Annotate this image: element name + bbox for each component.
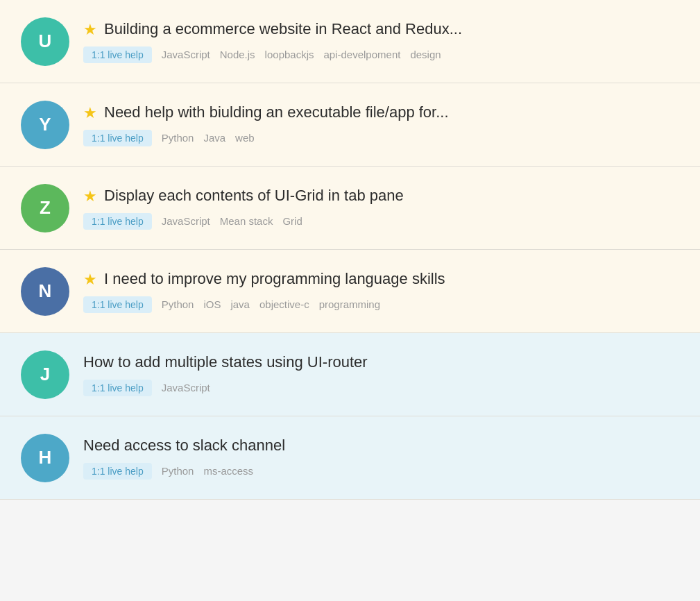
topic-tag[interactable]: ms-access — [203, 465, 253, 477]
tags-row: 1:1 live helpJavaScript — [83, 380, 679, 396]
avatar: Y — [21, 101, 69, 149]
title-row: ★Display each contents of UI-Grid in tab… — [83, 186, 679, 206]
avatar: N — [21, 267, 69, 316]
topic-tag[interactable]: Java — [203, 132, 225, 144]
topic-tag[interactable]: JavaScript — [162, 382, 210, 393]
item-content: ★Building a ecommerce website in React a… — [83, 19, 679, 63]
topic-tag[interactable]: Python — [162, 465, 194, 477]
tags-row: 1:1 live helpJavaScriptNode.jsloopbackjs… — [83, 46, 679, 63]
topic-tag[interactable]: JavaScript — [162, 49, 210, 60]
item-content: Need access to slack channel1:1 live hel… — [83, 436, 679, 480]
item-content: How to add multiple states using UI-rout… — [83, 353, 679, 396]
topic-tag[interactable]: Python — [162, 298, 194, 310]
live-help-tag[interactable]: 1:1 live help — [83, 296, 152, 313]
star-icon: ★ — [83, 21, 97, 39]
title-row: ★Need help with biulding an executable f… — [83, 103, 679, 123]
live-help-tag[interactable]: 1:1 live help — [83, 213, 152, 230]
item-title: Building a ecommerce website in React an… — [104, 19, 462, 40]
star-icon: ★ — [83, 271, 97, 289]
title-row: Need access to slack channel — [83, 436, 679, 456]
tags-row: 1:1 live helpPythoniOSjavaobjective-cpro… — [83, 296, 679, 313]
item-title: I need to improve my programming languag… — [104, 269, 445, 289]
list-item[interactable]: HNeed access to slack channel1:1 live he… — [0, 416, 700, 500]
topic-tag[interactable]: Mean stack — [220, 215, 273, 227]
topic-tag[interactable]: Python — [162, 132, 194, 144]
avatar: J — [21, 350, 69, 399]
star-icon: ★ — [83, 187, 97, 205]
topic-tag[interactable]: iOS — [203, 298, 221, 310]
item-title: How to add multiple states using UI-rout… — [83, 353, 368, 373]
list-item[interactable]: N★I need to improve my programming langu… — [0, 250, 700, 333]
tags-row: 1:1 live helpPythonms-access — [83, 463, 679, 480]
live-help-tag[interactable]: 1:1 live help — [83, 463, 152, 480]
avatar: U — [21, 17, 69, 66]
item-title: Need help with biulding an executable fi… — [104, 103, 449, 123]
live-help-tag[interactable]: 1:1 live help — [83, 130, 152, 146]
topic-tag[interactable]: Node.js — [220, 49, 255, 60]
live-help-tag[interactable]: 1:1 live help — [83, 46, 152, 63]
topic-tag[interactable]: design — [410, 49, 441, 60]
avatar: H — [21, 434, 69, 482]
tags-row: 1:1 live helpJavaScriptMean stackGrid — [83, 213, 679, 230]
title-row: ★Building a ecommerce website in React a… — [83, 19, 679, 40]
list-item[interactable]: Y★Need help with biulding an executable … — [0, 83, 700, 167]
list-item[interactable]: U★Building a ecommerce website in React … — [0, 0, 700, 83]
topic-tag[interactable]: JavaScript — [162, 215, 210, 227]
topic-tag[interactable]: api-develpoment — [324, 49, 401, 60]
question-list: U★Building a ecommerce website in React … — [0, 0, 700, 500]
title-row: ★I need to improve my programming langua… — [83, 269, 679, 289]
list-item[interactable]: JHow to add multiple states using UI-rou… — [0, 333, 700, 416]
item-content: ★Need help with biulding an executable f… — [83, 103, 679, 146]
title-row: How to add multiple states using UI-rout… — [83, 353, 679, 373]
item-title: Display each contents of UI-Grid in tab … — [104, 186, 404, 206]
item-content: ★I need to improve my programming langua… — [83, 269, 679, 313]
list-item[interactable]: Z★Display each contents of UI-Grid in ta… — [0, 167, 700, 250]
topic-tag[interactable]: objective-c — [259, 298, 309, 310]
live-help-tag[interactable]: 1:1 live help — [83, 380, 152, 396]
topic-tag[interactable]: loopbackjs — [265, 49, 314, 60]
star-icon: ★ — [83, 104, 97, 122]
tags-row: 1:1 live helpPythonJavaweb — [83, 130, 679, 146]
topic-tag[interactable]: Grid — [282, 215, 302, 227]
topic-tag[interactable]: programming — [319, 298, 380, 310]
topic-tag[interactable]: java — [230, 298, 250, 310]
item-title: Need access to slack channel — [83, 436, 285, 456]
avatar: Z — [21, 184, 69, 232]
topic-tag[interactable]: web — [235, 132, 255, 144]
item-content: ★Display each contents of UI-Grid in tab… — [83, 186, 679, 230]
